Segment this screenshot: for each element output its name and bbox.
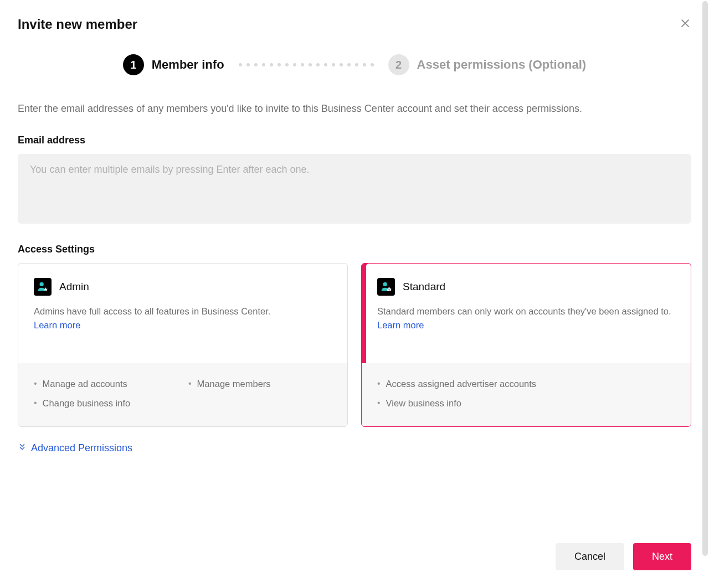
email-input[interactable] [18,154,691,224]
standard-desc: Standard members can only work on accoun… [377,305,675,332]
advanced-permissions-toggle[interactable]: Advanced Permissions [18,442,691,454]
cancel-button[interactable]: Cancel [556,543,624,570]
admin-learn-more-link[interactable]: Learn more [34,320,80,330]
access-card-standard[interactable]: Standard Standard members can only work … [361,263,691,427]
access-settings-label: Access Settings [18,244,691,255]
standard-icon [377,278,395,296]
modal-title: Invite new member [18,17,137,32]
standard-title: Standard [403,281,445,293]
svg-point-4 [383,282,387,286]
step-1-label: Member info [152,58,224,72]
admin-desc: Admins have full access to all features … [34,305,332,332]
email-label: Email address [18,135,691,146]
perm-item: Change business info [34,394,177,413]
stepper: 1 Member info 2 Asset permissions (Optio… [18,54,691,75]
perm-item: Access assigned advertiser accounts [377,374,675,394]
step-1-number: 1 [123,54,144,75]
chevron-double-down-icon [18,442,27,454]
perm-item: Manage ad accounts [34,374,177,394]
next-button[interactable]: Next [633,543,691,570]
perm-item: View business info [377,394,675,413]
step-2-label: Asset permissions (Optional) [417,58,587,72]
perm-item: Manage members [188,374,332,394]
svg-point-2 [40,282,44,286]
instruction-text: Enter the email addresses of any members… [18,101,691,117]
close-icon[interactable] [679,17,691,32]
admin-icon [34,278,52,296]
admin-title: Admin [59,281,89,293]
scrollbar[interactable] [702,1,708,556]
step-connector [234,63,378,66]
step-2-number: 2 [388,54,409,75]
standard-learn-more-link[interactable]: Learn more [377,320,424,330]
access-card-admin[interactable]: Admin Admins have full access to all fea… [18,263,348,427]
